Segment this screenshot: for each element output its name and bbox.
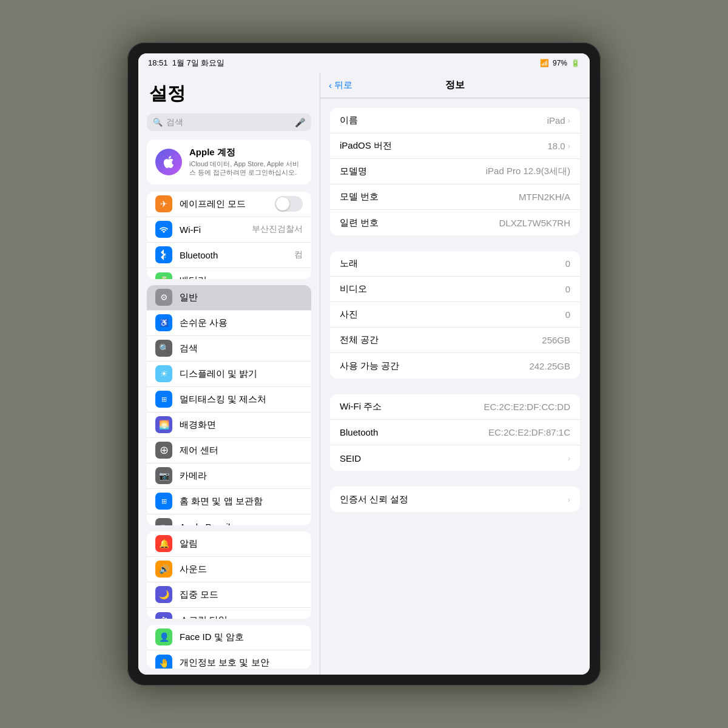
screentime-icon: ⏱ — [155, 612, 172, 619]
sidebar-item-applepencil[interactable]: ✏ Apple Pencil — [147, 514, 311, 525]
sidebar-item-screentime[interactable]: ⏱ 스크린 타임 — [147, 608, 311, 619]
info-section-device: 이름 iPad › iPadOS 버전 18.0 › — [330, 108, 580, 235]
battery-label: 배터리 — [180, 275, 303, 279]
battery-settings-icon: 🔋 — [155, 272, 172, 279]
nav-title: 정보 — [445, 79, 465, 92]
battery-icon: 🔋 — [571, 59, 580, 67]
sidebar-item-notifications[interactable]: 🔔 알림 — [147, 531, 311, 557]
sidebar-item-privacy[interactable]: 🤚 개인정보 보호 및 보안 — [147, 650, 311, 669]
info-row-bluetooth-address: Bluetooth EC:2C:E2:DF:87:1C — [330, 420, 580, 445]
videos-label: 비디오 — [340, 283, 367, 295]
sidebar-item-accessibility[interactable]: ♿ 손쉬운 사용 — [147, 311, 311, 336]
bluetooth-label: Bluetooth — [180, 250, 287, 260]
sounds-label: 사운드 — [180, 564, 303, 575]
videos-value: 0 — [565, 284, 570, 294]
sidebar-item-controlcenter[interactable]: ⊕ 제어 센터 — [147, 438, 311, 463]
sidebar-item-multitasking[interactable]: ⊞ 멀티태스킹 및 제스처 — [147, 387, 311, 413]
sidebar-item-wifi[interactable]: Wi-Fi 부산진검찰서 — [147, 217, 311, 243]
info-row-modelnum: 모델 번호 MTFN2KH/A — [330, 184, 580, 210]
name-label: 이름 — [340, 115, 358, 126]
sidebar-item-homescreen[interactable]: ⊞ 홈 화면 및 앱 보관함 — [147, 489, 311, 514]
display-label: 디스플레이 및 밝기 — [180, 368, 303, 380]
sidebar-item-wallpaper[interactable]: 🌅 배경화면 — [147, 413, 311, 438]
applepencil-label: Apple Pencil — [180, 522, 303, 525]
modelnum-label: 모델 번호 — [340, 191, 379, 203]
battery-text: 97% — [553, 59, 567, 67]
sidebar-item-display[interactable]: ☀ 디스플레이 및 밝기 — [147, 362, 311, 387]
total-storage-value: 256GB — [542, 335, 570, 345]
info-row-model: 모델명 iPad Pro 12.9(3세대) — [330, 159, 580, 184]
status-icons: 📶 97% 🔋 — [540, 59, 580, 67]
back-button[interactable]: ‹ 뒤로 — [329, 79, 352, 91]
name-chevron: › — [568, 116, 570, 125]
accessibility-icon: ♿ — [155, 314, 172, 331]
airplane-icon: ✈ — [155, 195, 172, 212]
info-row-songs: 노래 0 — [330, 251, 580, 277]
serial-value: DLXZL7W5K7RH — [499, 218, 570, 228]
cert-label: 인증서 신뢰 설정 — [340, 494, 408, 505]
seid-value: › — [568, 454, 570, 463]
info-row-seid[interactable]: SEID › — [330, 445, 580, 471]
sidebar-item-camera[interactable]: 📷 카메라 — [147, 463, 311, 489]
main-content: ‹ 뒤로 정보 이름 iPad › iPadOS 버전 — [320, 73, 590, 675]
ipados-chevron: › — [568, 141, 570, 150]
apple-account-card[interactable]: Apple 계정 iCloud 데이터, App Store, Apple 서비… — [147, 140, 311, 184]
apple-account-title: Apple 계정 — [189, 147, 303, 158]
applepencil-icon: ✏ — [155, 518, 172, 525]
sidebar-item-sounds[interactable]: 🔊 사운드 — [147, 557, 311, 582]
search-settings-icon: 🔍 — [155, 340, 172, 357]
accessibility-label: 손쉬운 사용 — [180, 317, 303, 329]
seid-label: SEID — [340, 453, 361, 463]
info-row-cert[interactable]: 인증서 신뢰 설정 › — [330, 487, 580, 512]
privacy-label: 개인정보 보호 및 보안 — [180, 657, 303, 669]
search-bar[interactable]: 🔍 검색 🎤 — [147, 113, 311, 131]
info-row-photos: 사진 0 — [330, 302, 580, 328]
sidebar-title: 설정 — [138, 73, 320, 111]
sidebar-item-bluetooth[interactable]: Bluetooth 컴 — [147, 243, 311, 268]
sounds-icon: 🔊 — [155, 561, 172, 578]
model-value: iPad Pro 12.9(3세대) — [486, 166, 570, 177]
info-row-ipados[interactable]: iPadOS 버전 18.0 › — [330, 133, 580, 159]
bluetooth-address-value: EC:2C:E2:DF:87:1C — [488, 427, 570, 437]
status-time: 18:51 1월 7일 화요일 — [148, 58, 224, 69]
sidebar-section-connectivity: ✈ 에이프레인 모드 Wi-Fi 부산진검찰서 — [147, 192, 311, 279]
bluetooth-value: 컴 — [294, 249, 303, 260]
camera-label: 카메라 — [180, 470, 303, 482]
serial-label: 일련 번호 — [340, 217, 379, 229]
model-label: 모델명 — [340, 166, 367, 177]
camera-settings-icon: 📷 — [155, 467, 172, 484]
bluetooth-address-label: Bluetooth — [340, 427, 378, 437]
info-row-serial: 일련 번호 DLXZL7W5K7RH — [330, 210, 580, 235]
cert-chevron: › — [568, 495, 570, 504]
available-storage-value: 242.25GB — [529, 361, 570, 371]
camera-notch — [331, 46, 397, 53]
sidebar-item-faceid[interactable]: 👤 Face ID 및 암호 — [147, 625, 311, 650]
airplane-toggle[interactable] — [275, 196, 303, 212]
bluetooth-icon — [155, 246, 172, 263]
privacy-icon: 🤚 — [155, 655, 172, 669]
multitasking-icon: ⊞ — [155, 391, 172, 408]
sidebar-item-general[interactable]: ⚙ 일반 — [147, 285, 311, 311]
sidebar-item-airplane[interactable]: ✈ 에이프레인 모드 — [147, 192, 311, 217]
sidebar-item-focus[interactable]: 🌙 집중 모드 — [147, 582, 311, 608]
apple-account-avatar — [155, 149, 182, 175]
ipados-value: 18.0 › — [547, 141, 570, 151]
seid-chevron: › — [568, 454, 570, 463]
search-placeholder: 검색 — [166, 117, 291, 128]
ipados-label: iPadOS 버전 — [340, 140, 392, 152]
wifi-address-label: Wi-Fi 주소 — [340, 401, 382, 413]
info-row-total-storage: 전체 공간 256GB — [330, 328, 580, 353]
sidebar-item-search-settings[interactable]: 🔍 검색 — [147, 336, 311, 362]
cert-value: › — [568, 495, 570, 504]
modelnum-value: MTFN2KH/A — [519, 192, 570, 202]
back-chevron-icon: ‹ — [329, 80, 332, 90]
controlcenter-label: 제어 센터 — [180, 445, 303, 456]
apple-account-info: Apple 계정 iCloud 데이터, App Store, Apple 서비… — [189, 147, 303, 177]
nav-bar: ‹ 뒤로 정보 — [320, 73, 590, 98]
faceid-icon: 👤 — [155, 629, 172, 645]
info-row-name[interactable]: 이름 iPad › — [330, 108, 580, 133]
sidebar-item-battery[interactable]: 🔋 배터리 — [147, 268, 311, 279]
wifi-label: Wi-Fi — [180, 224, 244, 235]
general-icon: ⚙ — [155, 289, 172, 306]
search-icon: 🔍 — [153, 118, 163, 127]
